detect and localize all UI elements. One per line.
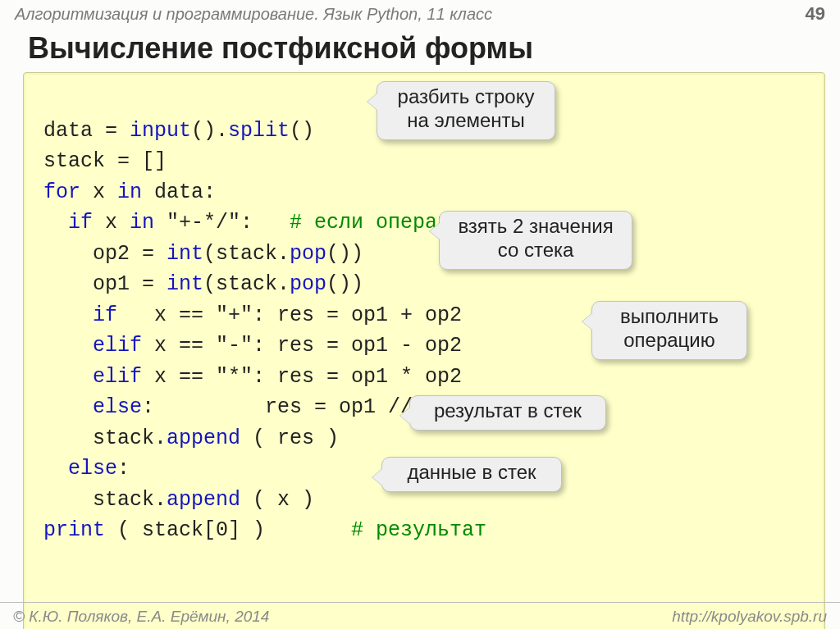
slide-title: Вычисление постфиксной формы [0,26,840,72]
code-line-9: elif x == "*": res = op1 * op2 [43,365,462,389]
code-line-3: for x in data: [43,180,216,204]
code-block: data = input().split() stack = [] for x … [23,72,825,629]
code-line-8: elif x == "-": res = op1 - op2 [43,334,462,358]
slide-header: Алгоритмизация и программирование. Язык … [0,0,840,26]
callout-push-data: данные в стек [381,457,562,492]
code-line-11: stack.append ( res ) [43,426,339,450]
code-line-10: else: res = op1 // op2 [43,395,462,419]
footer-copyright: © К.Ю. Поляков, Е.А. Ерёмин, 2014 [13,608,269,626]
code-line-14: print ( stack[0] ) # результат [43,518,486,542]
footer-link[interactable]: http://kpolyakov.spb.ru [672,608,827,626]
callout-split: разбить строкуна элементы [377,81,555,140]
callout-pop2: взять 2 значениясо стека [439,211,632,270]
page-number: 49 [806,3,825,25]
subject-line: Алгоритмизация и программирование. Язык … [15,5,492,24]
code-line-2: stack = [] [43,149,167,173]
code-line-7: if x == "+": res = op1 + op2 [43,303,462,327]
callout-execute: выполнитьоперацию [591,301,747,360]
code-line-12: else: [43,457,130,481]
code-line-5: op2 = int(stack.pop()) [43,242,363,266]
slide-footer: © К.Ю. Поляков, Е.А. Ерёмин, 2014 http:/… [0,602,840,629]
code-line-6: op1 = int(stack.pop()) [43,272,363,296]
callout-push-res: результат в стек [409,395,606,431]
code-line-4: if x in "+-*/": # если операция [43,211,474,235]
code-line-1: data = input().split() [43,119,314,143]
code-line-13: stack.append ( x ) [43,488,314,512]
